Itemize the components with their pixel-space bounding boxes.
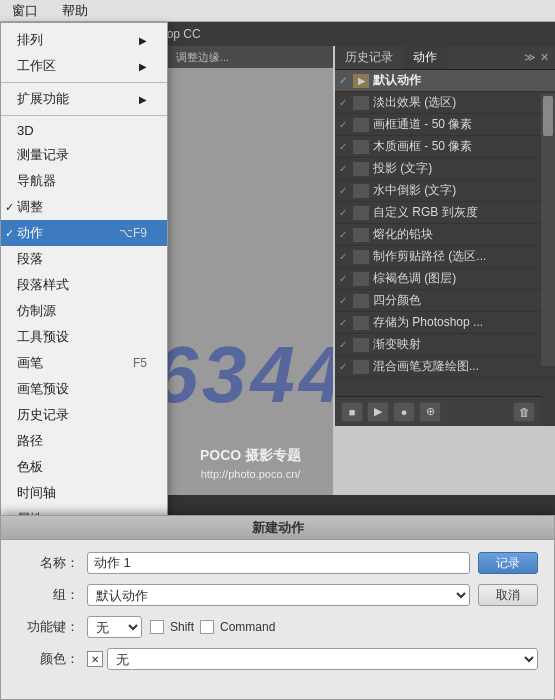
menu-timeline[interactable]: 时间轴 bbox=[1, 480, 167, 506]
action-item[interactable]: ✓ 水中倒影 (文字) bbox=[335, 180, 555, 202]
scrollbar-thumb[interactable] bbox=[543, 96, 553, 136]
menu-help[interactable]: 帮助 bbox=[58, 0, 92, 22]
name-input[interactable] bbox=[87, 552, 470, 574]
play-button[interactable]: ▶ bbox=[367, 402, 389, 422]
action-item[interactable]: ✓ 存储为 Photoshop ... bbox=[335, 312, 555, 334]
separator bbox=[1, 82, 167, 83]
panel-close-icon[interactable]: ✕ bbox=[540, 51, 549, 64]
watermark-number: 963445 bbox=[168, 329, 333, 421]
menu-paragraph-style[interactable]: 段落样式 bbox=[1, 272, 167, 298]
menu-brush-presets[interactable]: 画笔预设 bbox=[1, 376, 167, 402]
tab-history[interactable]: 历史记录 bbox=[335, 46, 403, 69]
menu-measure[interactable]: 测量记录 bbox=[1, 142, 167, 168]
action-item[interactable]: ✓ 木质画框 - 50 像素 bbox=[335, 136, 555, 158]
checkbox-row: Shift Command bbox=[150, 620, 275, 634]
shift-checkbox[interactable] bbox=[150, 620, 164, 634]
menu-history[interactable]: 历史记录 bbox=[1, 402, 167, 428]
dialog-name-row: 名称： 记录 bbox=[17, 552, 538, 574]
key-select[interactable]: 无 bbox=[87, 616, 142, 638]
delete-button[interactable]: 🗑 bbox=[513, 402, 535, 422]
menu-adjustments[interactable]: 调整 bbox=[1, 194, 167, 220]
action-item[interactable]: ✓ 画框通道 - 50 像素 bbox=[335, 114, 555, 136]
record-button[interactable]: ● bbox=[393, 402, 415, 422]
folder-icon: ▶ bbox=[353, 74, 369, 88]
file-icon bbox=[353, 228, 369, 242]
action-group-default[interactable]: ✓ ▶ 默认动作 bbox=[335, 70, 555, 92]
adjust-label: 调整边缘... bbox=[176, 50, 229, 65]
menu-arrange[interactable]: 排列 ▶ bbox=[1, 27, 167, 53]
menu-paragraph[interactable]: 段落 bbox=[1, 246, 167, 272]
color-label: 颜色： bbox=[17, 650, 87, 668]
cancel-button[interactable]: 取消 bbox=[478, 584, 538, 606]
menu-paths[interactable]: 路径 bbox=[1, 428, 167, 454]
action-item[interactable]: ✓ 投影 (文字) bbox=[335, 158, 555, 180]
name-label: 名称： bbox=[17, 554, 87, 572]
menu-bar: 窗口 帮助 bbox=[0, 0, 555, 22]
menu-actions[interactable]: 动作 ⌥F9 bbox=[1, 220, 167, 246]
arrow-icon: ▶ bbox=[139, 61, 147, 72]
file-icon bbox=[353, 316, 369, 330]
panel-tabs: 历史记录 动作 ≫ ✕ bbox=[335, 46, 555, 70]
command-label: Command bbox=[220, 620, 275, 634]
adjust-bar: 调整边缘... bbox=[168, 46, 333, 68]
dialog-color-row: 颜色： ✕ 无 bbox=[17, 648, 538, 670]
file-icon bbox=[353, 184, 369, 198]
file-icon bbox=[353, 162, 369, 176]
panel-toolbar: ■ ▶ ● ⊕ 🗑 bbox=[335, 396, 541, 426]
panel-menu-icon[interactable]: ≫ bbox=[524, 51, 536, 64]
watermark-brand: POCO 摄影专题 http://photo.poco.cn/ bbox=[200, 447, 301, 481]
file-icon bbox=[353, 96, 369, 110]
dialog-title: 新建动作 bbox=[1, 516, 554, 540]
file-icon bbox=[353, 294, 369, 308]
menu-navigator[interactable]: 导航器 bbox=[1, 168, 167, 194]
file-icon bbox=[353, 272, 369, 286]
file-icon bbox=[353, 360, 369, 374]
dialog-key-row: 功能键： 无 Shift Command bbox=[17, 616, 538, 638]
file-icon bbox=[353, 118, 369, 132]
arrow-icon: ▶ bbox=[139, 94, 147, 105]
arrow-icon: ▶ bbox=[139, 35, 147, 46]
action-item[interactable]: ✓ 四分颜色 bbox=[335, 290, 555, 312]
menu-clone-source[interactable]: 仿制源 bbox=[1, 298, 167, 324]
action-item[interactable]: ✓ 渐变映射 bbox=[335, 334, 555, 356]
action-item[interactable]: ✓ 制作剪贴路径 (选区... bbox=[335, 246, 555, 268]
file-icon bbox=[353, 338, 369, 352]
new-action-button[interactable]: ⊕ bbox=[419, 402, 441, 422]
new-action-dialog: 新建动作 名称： 记录 组： 默认动作 取消 功能键： 无 Shift bbox=[0, 515, 555, 700]
dialog-body: 名称： 记录 组： 默认动作 取消 功能键： 无 Shift Command bbox=[1, 540, 554, 692]
actions-panel: 历史记录 动作 ≫ ✕ ✓ ▶ 默认动作 ✓ 淡出效果 (选区) ✓ 画框通道 … bbox=[335, 46, 555, 426]
file-icon bbox=[353, 206, 369, 220]
menu-window[interactable]: 窗口 bbox=[8, 0, 42, 22]
menu-workspace[interactable]: 工作区 ▶ bbox=[1, 53, 167, 79]
dialog-group-row: 组： 默认动作 取消 bbox=[17, 584, 538, 606]
action-item[interactable]: ✓ 棕褐色调 (图层) bbox=[335, 268, 555, 290]
menu-swatches[interactable]: 色板 bbox=[1, 454, 167, 480]
group-label: 组： bbox=[17, 586, 87, 604]
stop-button[interactable]: ■ bbox=[341, 402, 363, 422]
panel-scrollbar[interactable] bbox=[541, 94, 555, 366]
action-item[interactable]: ✓ 熔化的铅块 bbox=[335, 224, 555, 246]
record-button[interactable]: 记录 bbox=[478, 552, 538, 574]
action-item[interactable]: ✓ 混合画笔克隆绘图... bbox=[335, 356, 555, 378]
shift-label: Shift bbox=[170, 620, 194, 634]
action-item[interactable]: ✓ 淡出效果 (选区) bbox=[335, 92, 555, 114]
command-checkbox[interactable] bbox=[200, 620, 214, 634]
group-select[interactable]: 默认动作 bbox=[87, 584, 470, 606]
key-label: 功能键： bbox=[17, 618, 87, 636]
action-item[interactable]: ✓ 自定义 RGB 到灰度 bbox=[335, 202, 555, 224]
menu-extensions[interactable]: 扩展功能 ▶ bbox=[1, 86, 167, 112]
file-icon bbox=[353, 140, 369, 154]
menu-tool-presets[interactable]: 工具预设 bbox=[1, 324, 167, 350]
color-x-icon: ✕ bbox=[87, 651, 103, 667]
tab-actions[interactable]: 动作 bbox=[403, 46, 447, 69]
color-select[interactable]: 无 bbox=[107, 648, 538, 670]
separator bbox=[1, 115, 167, 116]
menu-brush[interactable]: 画笔 F5 bbox=[1, 350, 167, 376]
file-icon bbox=[353, 250, 369, 264]
menu-3d[interactable]: 3D bbox=[1, 119, 167, 142]
panel-tab-icons: ≫ ✕ bbox=[524, 51, 555, 64]
